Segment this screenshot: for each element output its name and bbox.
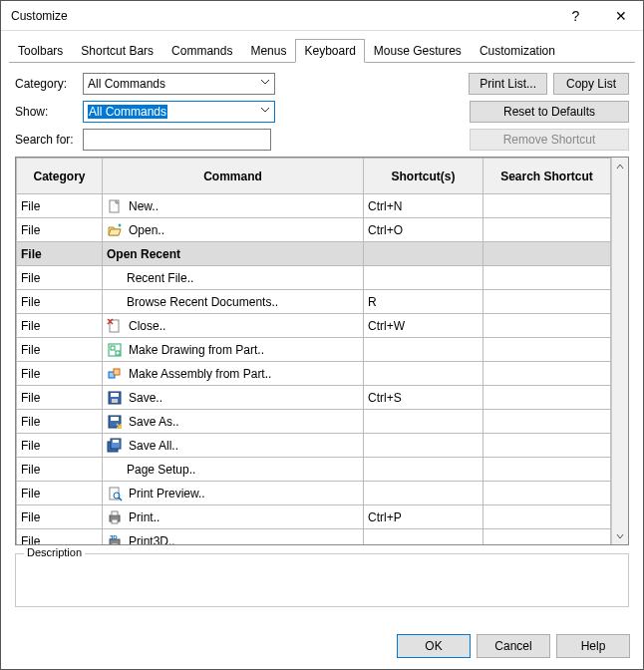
search-for-label: Search for: [15,133,77,147]
cell-category: File [17,386,103,410]
cancel-button[interactable]: Cancel [477,634,550,658]
cell-command: Save As.. [103,410,364,434]
cell-category: File [17,290,103,314]
cell-search-shortcut[interactable] [483,410,611,434]
command-label: Close.. [129,319,165,333]
cell-command: Browse Recent Documents.. [103,290,364,314]
cell-category: File [17,314,103,338]
cell-command: 3DPrint3D.. [103,529,364,545]
cell-shortcut [364,529,483,545]
command-label: Print3D.. [129,534,175,545]
table-row[interactable]: FileMake Drawing from Part.. [17,338,611,362]
table-row[interactable]: FilePrint..Ctrl+P [17,505,611,529]
cell-command: Save.. [103,386,364,410]
tab-shortcut-bars[interactable]: Shortcut Bars [72,39,162,63]
scrollbar[interactable] [611,158,628,544]
cell-search-shortcut[interactable] [483,242,611,266]
chevron-down-icon [260,105,270,115]
cell-search-shortcut[interactable] [483,482,611,505]
cell-search-shortcut[interactable] [483,505,611,529]
table-row[interactable]: FilePrint Preview.. [17,482,611,505]
cell-shortcut: R [364,290,483,314]
table-row[interactable]: FileRecent File.. [17,266,611,290]
cell-shortcut [364,410,483,434]
cell-category: File [17,338,103,362]
chevron-down-icon [260,77,270,87]
shortcut-grid[interactable]: Category Command Shortcut(s) Search Shor… [15,157,629,545]
tab-customization[interactable]: Customization [471,39,564,63]
tab-menus[interactable]: Menus [241,39,295,63]
window-title: Customize [11,9,553,23]
table-row[interactable]: FileSave As.. [17,410,611,434]
search-input[interactable] [83,129,271,151]
scroll-down-icon[interactable] [612,527,628,544]
help-button-footer[interactable]: Help [556,634,630,658]
cell-search-shortcut[interactable] [483,458,611,482]
command-label: Print.. [129,510,160,524]
command-label: Save As.. [129,415,179,429]
ok-button[interactable]: OK [397,634,471,658]
category-combo[interactable]: All Commands [83,73,275,95]
cell-category: File [17,482,103,505]
table-row[interactable]: FileBrowse Recent Documents..R [17,290,611,314]
table-row[interactable]: FilePage Setup.. [17,458,611,482]
tab-mouse-gestures[interactable]: Mouse Gestures [365,39,471,63]
dialog-footer: OK Cancel Help [397,634,630,658]
cell-category: File [17,266,103,290]
table-row[interactable]: FileSave All.. [17,434,611,458]
table-row[interactable]: FileClose..Ctrl+W [17,314,611,338]
preview-icon [107,486,123,502]
col-search-shortcut[interactable]: Search Shortcut [483,159,611,194]
command-label: Recent File.. [127,271,193,285]
cell-category: File [17,434,103,458]
col-category[interactable]: Category [17,159,103,194]
cell-search-shortcut[interactable] [483,434,611,458]
col-shortcut[interactable]: Shortcut(s) [364,159,483,194]
cell-command: Page Setup.. [103,458,364,482]
cell-category: File [17,194,103,218]
table-row[interactable]: File3DPrint3D.. [17,529,611,545]
svg-rect-8 [111,393,119,397]
saveall-icon [107,438,123,454]
show-combo[interactable]: All Commands [83,101,275,123]
scroll-up-icon[interactable] [612,158,628,174]
table-row[interactable]: FileOpen..Ctrl+O [17,218,611,242]
cell-search-shortcut[interactable] [483,529,611,545]
command-label: Print Preview.. [129,487,205,501]
new-icon [107,198,123,214]
cell-command: Make Drawing from Part.. [103,338,364,362]
help-button[interactable]: ? [553,1,598,31]
reset-defaults-button[interactable]: Reset to Defaults [470,101,629,123]
table-row[interactable]: FileOpen Recent [17,242,611,266]
cell-command: Open.. [103,218,364,242]
tab-toolbars[interactable]: Toolbars [9,39,72,63]
tab-keyboard[interactable]: Keyboard [295,39,364,63]
cell-search-shortcut[interactable] [483,290,611,314]
description-label: Description [24,546,85,558]
remove-shortcut-button[interactable]: Remove Shortcut [470,129,629,151]
cell-search-shortcut[interactable] [483,218,611,242]
cell-search-shortcut[interactable] [483,266,611,290]
cell-search-shortcut[interactable] [483,338,611,362]
close-button[interactable]: ✕ [598,1,643,31]
command-label: Save.. [129,391,162,405]
cell-shortcut: Ctrl+P [364,505,483,529]
copy-list-button[interactable]: Copy List [553,73,629,95]
titlebar: Customize ? ✕ [1,1,643,31]
tab-commands[interactable]: Commands [162,39,241,63]
cell-shortcut [364,338,483,362]
cell-search-shortcut[interactable] [483,314,611,338]
cell-search-shortcut[interactable] [483,194,611,218]
col-command[interactable]: Command [103,159,364,194]
show-label: Show: [15,105,77,119]
table-row[interactable]: FileMake Assembly from Part.. [17,362,611,386]
print-list-button[interactable]: Print List... [469,73,547,95]
command-label: Browse Recent Documents.. [127,295,278,309]
cell-command: Open Recent [103,242,364,266]
cell-search-shortcut[interactable] [483,362,611,386]
cell-command: Make Assembly from Part.. [103,362,364,386]
command-label: Open.. [129,223,164,237]
cell-search-shortcut[interactable] [483,386,611,410]
table-row[interactable]: FileSave..Ctrl+S [17,386,611,410]
table-row[interactable]: FileNew..Ctrl+N [17,194,611,218]
